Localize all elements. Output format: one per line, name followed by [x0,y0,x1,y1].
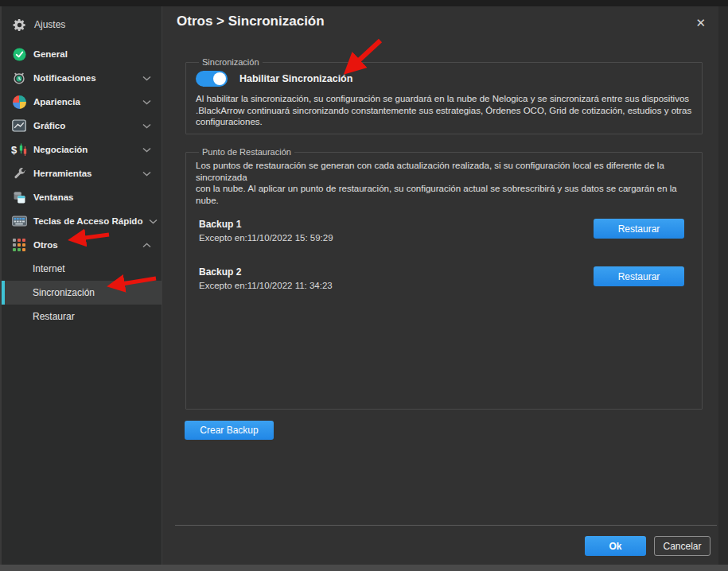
svg-text:$: $ [11,144,18,156]
sidebar-header: Ajustes [2,6,162,42]
sync-groupbox-legend: Sincronización [199,57,263,67]
restore-groupbox: Punto de Restauración Los puntos de rest… [185,147,703,410]
sync-description: Al habilitar la sincronización, su confi… [196,93,692,128]
chevron-down-icon [142,76,151,81]
restore-backup-2-button[interactable]: Restaurar [594,266,684,286]
restore-groupbox-legend: Punto de Restauración [199,147,294,157]
sidebar-item-otros[interactable]: Otros [2,233,162,257]
sidebar-item-label: Negociación [33,145,88,154]
sidebar-item-label: General [33,49,68,59]
chevron-down-icon [142,123,151,129]
sidebar-subitem-label: Sincronización [33,287,95,298]
sidebar-item-apariencia[interactable]: Apariencia [2,90,162,114]
chart-window-icon [11,118,27,134]
sidebar-item-label: Apariencia [33,97,80,107]
ok-button[interactable]: Ok [585,536,646,556]
gear-icon [11,17,27,33]
settings-sidebar: Ajustes General Notificaciones Aparienci… [0,6,162,565]
backup-name: Backup 2 [199,266,594,278]
sidebar-item-notificaciones[interactable]: Notificaciones [2,66,162,90]
restore-backup-1-button[interactable]: Restaurar [594,219,684,239]
backup-date: Excepto en:11/10/2022 15: 59:29 [199,233,594,243]
pie-chart-icon [11,94,27,110]
breadcrumb: Otros > Sincronización [177,14,325,29]
sidebar-item-label: Otros [33,240,58,250]
window-frame-bottom [0,565,728,571]
footer-divider [175,525,717,526]
sidebar-item-label: Gráfico [33,121,65,130]
sidebar-title: Ajustes [34,19,65,30]
backup-date: Excepto en:11/10/2022 11: 34:23 [199,281,594,290]
sync-toggle[interactable] [196,71,228,87]
sidebar-subitem-label: Internet [33,263,65,274]
sync-toggle-label: Habilitar Sincronización [239,73,352,84]
sidebar-subitem-label: Restaurar [33,311,75,322]
restore-description: Los puntos de restauración se generan co… [196,160,692,206]
backup-row-1: Backup 1 Excepto en:11/10/2022 15: 59:29… [196,219,692,243]
sidebar-item-teclas-acceso-rapido[interactable]: Teclas de Acceso Rápido [2,209,162,233]
sidebar-item-label: Herramientas [33,169,92,178]
chevron-down-icon [142,147,151,153]
chevron-down-icon [149,219,158,224]
cancel-button[interactable]: Cancelar [654,536,710,556]
sidebar-item-ventanas[interactable]: Ventanas [2,185,162,209]
backup-row-2: Backup 2 Excepto en:11/10/2022 11: 34:23… [196,266,692,290]
window-frame-top [0,0,728,6]
sidebar-subitem-sincronizacion[interactable]: Sincronización [2,281,162,305]
chevron-up-icon [142,243,151,248]
close-icon[interactable]: ✕ [691,14,710,32]
sidebar-subitem-restaurar[interactable]: Restaurar [2,305,162,328]
dots-grid-icon [11,237,27,253]
sidebar-item-label: Notificaciones [33,73,96,83]
sidebar-subitem-internet[interactable]: Internet [2,257,162,281]
check-circle-icon [11,46,27,62]
toggle-knob [213,72,226,85]
sync-groupbox: Sincronización Habilitar Sincronización … [185,57,703,134]
windows-icon [11,189,27,205]
dollar-candles-icon: $ [11,142,27,157]
sidebar-item-general[interactable]: General [2,42,162,66]
keyboard-icon [11,213,27,229]
backup-name: Backup 1 [199,219,594,230]
alarm-clock-icon [11,70,27,86]
sidebar-item-herramientas[interactable]: Herramientas [2,161,162,185]
create-backup-button[interactable]: Crear Backup [185,421,274,440]
chevron-down-icon [142,171,151,177]
sidebar-item-label: Teclas de Acceso Rápido [33,216,142,226]
sidebar-item-grafico[interactable]: Gráfico [2,114,162,138]
sidebar-item-label: Ventanas [33,192,74,202]
footer-buttons: Ok Cancelar [585,536,710,556]
settings-content-panel: Otros > Sincronización ✕ Sincronización … [162,6,718,565]
chevron-down-icon [142,99,151,105]
wrench-icon [11,165,27,181]
window-frame-right [718,6,728,565]
sidebar-item-negociacion[interactable]: $ Negociación [2,138,162,161]
settings-window: Ajustes General Notificaciones Aparienci… [0,0,728,571]
